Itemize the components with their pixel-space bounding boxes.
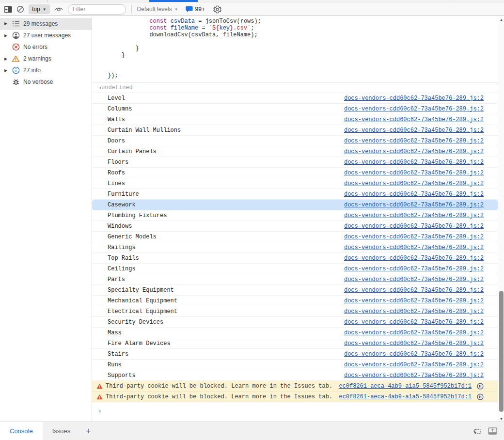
- source-location-link[interactable]: docs-vendors-cdd60c62-73a45be76-289.js:2: [344, 244, 484, 251]
- sidebar-item-27-user-messages[interactable]: ▶27 user messages: [0, 30, 92, 41]
- log-row: Fire Alarm Devicesdocs-vendors-cdd60c62-…: [92, 338, 498, 349]
- returned-value-icon: ◂: [92, 85, 101, 91]
- source-location-link[interactable]: docs-vendors-cdd60c62-73a45be76-289.js:2: [344, 138, 484, 144]
- code-line: downloadCsv(csvData, fileName);: [108, 31, 498, 38]
- warning-message: Third-party cookie will be blocked. Lear…: [106, 393, 336, 400]
- log-row: Ceilingsdocs-vendors-cdd60c62-73a45be76-…: [92, 264, 498, 274]
- log-message: Top Rails: [108, 255, 344, 262]
- sidebar-item-no-errors[interactable]: No errors: [0, 41, 92, 53]
- source-location-link[interactable]: docs-vendors-cdd60c62-73a45be76-289.js:2: [344, 234, 484, 240]
- log-message: Curtain Panels: [108, 148, 344, 155]
- expand-panel-icon[interactable]: [488, 427, 497, 435]
- source-location-link[interactable]: docs-vendors-cdd60c62-73a45be76-289.js:2: [344, 351, 484, 358]
- settings-gear-icon[interactable]: [213, 4, 221, 15]
- console-input[interactable]: [106, 405, 498, 417]
- source-location-link[interactable]: docs-vendors-cdd60c62-73a45be76-289.js:2: [344, 95, 484, 102]
- evaluation-result-row: ◂ undefined: [92, 83, 498, 93]
- source-location-link[interactable]: docs-vendors-cdd60c62-73a45be76-289.js:2: [344, 106, 484, 112]
- source-location-link[interactable]: docs-vendors-cdd60c62-73a45be76-289.js:2: [344, 170, 484, 176]
- expand-arrow-icon[interactable]: ▶: [3, 68, 8, 73]
- chevron-down-icon: ▼: [174, 7, 178, 12]
- expand-arrow-icon[interactable]: ▶: [3, 33, 8, 38]
- source-location-link[interactable]: docs-vendors-cdd60c62-73a45be76-289.js:2: [344, 361, 484, 368]
- source-location-link[interactable]: docs-vendors-cdd60c62-73a45be76-289.js:2: [344, 223, 484, 230]
- filter-input[interactable]: [68, 4, 126, 15]
- source-location-link[interactable]: docs-vendors-cdd60c62-73a45be76-289.js:2: [344, 202, 484, 208]
- source-location-link[interactable]: docs-vendors-cdd60c62-73a45be76-289.js:2: [344, 148, 484, 155]
- log-message: Plumbing Fixtures: [108, 212, 344, 219]
- log-row: Electrical Equipmentdocs-vendors-cdd60c6…: [92, 306, 498, 317]
- log-row: Windowsdocs-vendors-cdd60c62-73a45be76-2…: [92, 221, 498, 232]
- log-message: Generic Models: [108, 234, 344, 240]
- context-label: top: [32, 6, 40, 13]
- log-row: Doorsdocs-vendors-cdd60c62-73a45be76-289…: [92, 136, 498, 146]
- log-message: Electrical Equipment: [108, 308, 344, 315]
- source-location-link[interactable]: docs-vendors-cdd60c62-73a45be76-289.js:2: [344, 287, 484, 294]
- log-levels-dropdown[interactable]: Default levels ▼: [137, 6, 178, 13]
- open-issue-icon[interactable]: [477, 383, 484, 390]
- log-row: Top Railsdocs-vendors-cdd60c62-73a45be76…: [92, 253, 498, 264]
- log-row: Massdocs-vendors-cdd60c62-73a45be76-289.…: [92, 328, 498, 338]
- source-location-link[interactable]: docs-vendors-cdd60c62-73a45be76-289.js:2: [344, 372, 484, 379]
- issues-count-label: 99+: [195, 6, 205, 13]
- log-message: Ceilings: [108, 266, 344, 272]
- warning-triangle-icon: [96, 394, 103, 400]
- log-row: Wallsdocs-vendors-cdd60c62-73a45be76-289…: [92, 114, 498, 125]
- log-row: Runsdocs-vendors-cdd60c62-73a45be76-289.…: [92, 360, 498, 370]
- code-line: const fileName = `${key}.csv`;: [108, 25, 498, 31]
- vertical-scrollbar[interactable]: ▲ ▼: [498, 16, 504, 422]
- sidebar-item-2-warnings[interactable]: ▶2 warnings: [0, 53, 92, 64]
- verbose-icon: [12, 78, 20, 86]
- source-location-link[interactable]: docs-vendors-cdd60c62-73a45be76-289.js:2: [344, 255, 484, 262]
- warning-source-link[interactable]: ec0f8261-aeca-4ab9-a1a5-5845f952b17d:1: [339, 383, 472, 390]
- expand-arrow-icon[interactable]: ▶: [3, 57, 8, 61]
- tabstrip-divider: [450, 0, 450, 2]
- source-location-link[interactable]: docs-vendors-cdd60c62-73a45be76-289.js:2: [344, 212, 484, 219]
- log-message: Parts: [108, 276, 344, 283]
- scroll-up-icon[interactable]: ▲: [498, 16, 504, 22]
- sidebar-item-no-verbose[interactable]: No verbose: [0, 76, 92, 88]
- sidebar-item-label: 2 warnings: [23, 55, 51, 62]
- code-line: const csvData = jsonToCsv(rows);: [108, 18, 498, 25]
- log-row: Specialty Equipmentdocs-vendors-cdd60c62…: [92, 285, 498, 296]
- clear-console-icon[interactable]: [16, 4, 24, 15]
- log-row: Supportsdocs-vendors-cdd60c62-73a45be76-…: [92, 370, 498, 381]
- source-location-link[interactable]: docs-vendors-cdd60c62-73a45be76-289.js:2: [344, 319, 484, 326]
- source-location-link[interactable]: docs-vendors-cdd60c62-73a45be76-289.js:2: [344, 266, 484, 272]
- log-message: Specialty Equipment: [108, 287, 344, 294]
- source-location-link[interactable]: docs-vendors-cdd60c62-73a45be76-289.js:2: [344, 191, 484, 198]
- source-location-link[interactable]: docs-vendors-cdd60c62-73a45be76-289.js:2: [344, 180, 484, 187]
- console-sidebar-toggle-icon[interactable]: [4, 4, 12, 15]
- log-message: Stairs: [108, 351, 344, 358]
- log-row: Stairsdocs-vendors-cdd60c62-73a45be76-28…: [92, 349, 498, 360]
- source-location-link[interactable]: docs-vendors-cdd60c62-73a45be76-289.js:2: [344, 159, 484, 166]
- source-location-link[interactable]: docs-vendors-cdd60c62-73a45be76-289.js:2: [344, 116, 484, 123]
- source-location-link[interactable]: docs-vendors-cdd60c62-73a45be76-289.js:2: [344, 340, 484, 347]
- active-panel-indicator: [149, 0, 198, 2]
- issues-counter-button[interactable]: 99+: [186, 6, 205, 13]
- source-location-link[interactable]: docs-vendors-cdd60c62-73a45be76-289.js:2: [344, 330, 484, 336]
- open-issue-icon[interactable]: [477, 393, 484, 400]
- expand-arrow-icon[interactable]: ▶: [3, 21, 8, 26]
- log-levels-label: Default levels: [137, 6, 172, 13]
- source-location-link[interactable]: docs-vendors-cdd60c62-73a45be76-289.js:2: [344, 127, 484, 134]
- drawer-tab-console[interactable]: Console: [0, 422, 43, 440]
- log-row: Generic Modelsdocs-vendors-cdd60c62-73a4…: [92, 232, 498, 242]
- source-location-link[interactable]: docs-vendors-cdd60c62-73a45be76-289.js:2: [344, 308, 484, 315]
- dock-restore-icon[interactable]: [472, 427, 481, 435]
- sidebar-item-27-info[interactable]: ▶27 info: [0, 64, 92, 76]
- warning-row: Third-party cookie will be blocked. Lear…: [92, 381, 498, 392]
- scrollbar-thumb[interactable]: [499, 291, 504, 412]
- log-row: Columnsdocs-vendors-cdd60c62-73a45be76-2…: [92, 104, 498, 114]
- sidebar-item-29-messages[interactable]: ▶29 messages: [0, 18, 92, 30]
- console-toolbar: top ▼ Default levels ▼ 99+: [0, 3, 504, 16]
- execution-context-selector[interactable]: top ▼: [29, 4, 50, 14]
- add-tab-button[interactable]: +: [80, 422, 96, 440]
- live-expression-eye-icon[interactable]: [54, 4, 63, 15]
- scroll-down-icon[interactable]: ▼: [498, 416, 504, 422]
- source-location-link[interactable]: docs-vendors-cdd60c62-73a45be76-289.js:2: [344, 276, 484, 283]
- drawer-tab-issues[interactable]: Issues: [43, 422, 80, 440]
- warning-source-link[interactable]: ec0f8261-aeca-4ab9-a1a5-5845f952b17d:1: [339, 393, 472, 400]
- source-location-link[interactable]: docs-vendors-cdd60c62-73a45be76-289.js:2: [344, 298, 484, 304]
- log-row: Partsdocs-vendors-cdd60c62-73a45be76-289…: [92, 274, 498, 285]
